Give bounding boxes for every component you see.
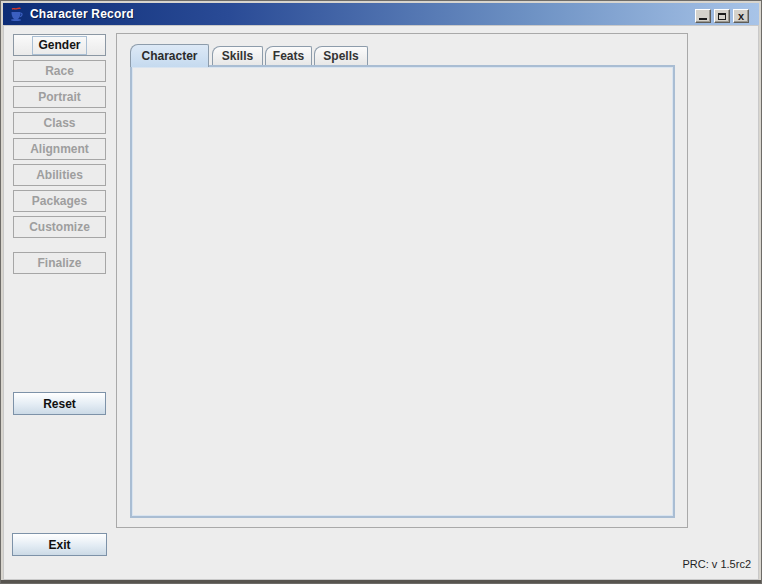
sidebar-button-finalize[interactable]: Finalize [13,252,106,274]
sidebar-button-packages[interactable]: Packages [13,190,106,212]
tab-skills[interactable]: Skills [212,46,263,65]
exit-button[interactable]: Exit [12,533,107,556]
close-button[interactable]: x [733,9,749,23]
close-icon: x [738,11,744,21]
window-title: Character Record [30,7,134,21]
version-label: PRC: v 1.5rc2 [683,558,751,570]
tab-spells[interactable]: Spells [314,46,368,65]
sidebar-button-customize[interactable]: Customize [13,216,106,238]
minimize-button[interactable] [695,9,711,23]
sidebar-button-race[interactable]: Race [13,60,106,82]
sidebar-button-class[interactable]: Class [13,112,106,134]
sidebar-button-gender[interactable]: Gender [13,34,106,56]
tab-feats[interactable]: Feats [265,46,312,65]
sidebar-button-portrait[interactable]: Portrait [13,86,106,108]
maximize-button[interactable] [714,9,730,23]
maximize-icon [718,13,726,20]
titlebar[interactable]: Character Record x [3,3,759,25]
minimize-icon [699,18,707,20]
sidebar-button-abilities[interactable]: Abilities [13,164,106,186]
sidebar-button-gender-label: Gender [32,36,86,55]
reset-button[interactable]: Reset [13,392,106,415]
character-tab-content [130,65,675,518]
sidebar-button-alignment[interactable]: Alignment [13,138,106,160]
app-window: Character Record x Gender Race Portrait … [0,0,762,584]
tab-character[interactable]: Character [130,44,209,67]
java-coffee-cup-icon [8,6,24,22]
